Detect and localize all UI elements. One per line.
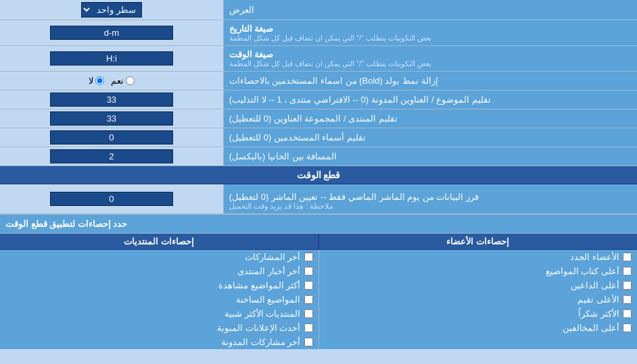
time-format-title: صيغة الوقت bbox=[229, 49, 274, 59]
date-format-label-cell: صيغة التاريخ بعض التكوينات يتطلب "/" الت… bbox=[223, 20, 637, 45]
stats-col2-checkbox-6[interactable] bbox=[623, 323, 632, 332]
stats-col2-label-1: الأعضاء الجدد bbox=[570, 252, 619, 262]
stats-col2-item-6: أعلى المخالفين bbox=[319, 321, 638, 335]
forum-order-label: تقليم المنتدى / المجموعة العناوين (0 للت… bbox=[223, 109, 637, 128]
realtime-filter-note: ملاحظة : هذا قد يزيد وقت التحميل bbox=[229, 202, 333, 211]
date-format-sublabel: بعض التكوينات يتطلب "/" التي يمكن ان تضا… bbox=[229, 34, 431, 43]
bold-remove-yes-label[interactable]: نعم bbox=[111, 76, 135, 86]
stats-limit-row: حدد إحصاءات لتطبيق قطع الوقت bbox=[0, 215, 637, 234]
stats-col2-label-4: الأعلى تقيم bbox=[577, 294, 619, 305]
stats-col2-item-2: أعلى كتاب المواضيع bbox=[319, 264, 638, 278]
stats-col1-item-6: أحدث الإعلانات المبوبة bbox=[0, 321, 318, 335]
forum-order-input[interactable] bbox=[50, 111, 173, 126]
stats-col1-label-5: المنتديات الأكثر شبية bbox=[225, 309, 300, 319]
display-dropdown[interactable]: سطر واحد سطرين ثلاثة أسطر bbox=[81, 2, 142, 18]
stats-col1-item-5: المنتديات الأكثر شبية bbox=[0, 307, 318, 321]
column-spacing-input-cell bbox=[0, 147, 223, 165]
posts-order-input[interactable] bbox=[50, 93, 173, 107]
posts-order-label: تقليم الموضوع / العناوين المدونة (0 -- ا… bbox=[223, 90, 637, 109]
stats-col2-item-1: الأعضاء الجدد bbox=[319, 250, 638, 264]
bold-remove-yes-radio[interactable] bbox=[126, 76, 135, 85]
stats-headers-row: إحصاءات الأعضاء إحصاءات المنتديات bbox=[0, 234, 637, 250]
bold-remove-radio-cell: نعم لا bbox=[0, 72, 223, 90]
column-spacing-input[interactable] bbox=[50, 149, 173, 163]
date-format-input[interactable] bbox=[50, 26, 173, 40]
bold-remove-no-radio[interactable] bbox=[95, 76, 104, 85]
stats-col1: أخر المشاركات أخر أخبار المنتدى أكثر الم… bbox=[0, 250, 318, 349]
stats-col1-label-1: أخر المشاركات bbox=[245, 252, 301, 262]
stats-col1-checkbox-1[interactable] bbox=[304, 253, 313, 261]
stats-section: حدد إحصاءات لتطبيق قطع الوقت إحصاءات الأ… bbox=[0, 214, 637, 349]
bold-remove-no-label[interactable]: لا bbox=[89, 76, 104, 86]
stats-col1-item-4: المواضيع الساخنة bbox=[0, 292, 318, 307]
posts-order-input-cell bbox=[0, 90, 223, 109]
stats-col1-item-2: أخر أخبار المنتدى bbox=[0, 264, 318, 278]
display-label: العرض bbox=[223, 0, 637, 20]
time-format-input-cell bbox=[0, 46, 223, 71]
display-input-cell: سطر واحد سطرين ثلاثة أسطر bbox=[0, 0, 223, 20]
column-spacing-label: المسافة بين الخانيا (بالبكسل) bbox=[223, 147, 637, 165]
realtime-filter-input-cell bbox=[0, 184, 223, 213]
stats-col2-checkbox-3[interactable] bbox=[623, 281, 632, 290]
stats-col2-item-5: الأكثر شكراً bbox=[319, 307, 638, 321]
stats-col2-checkbox-4[interactable] bbox=[623, 295, 632, 304]
stats-col1-checkbox-4[interactable] bbox=[304, 295, 313, 304]
stats-col1-header: إحصاءات المنتديات bbox=[0, 234, 318, 249]
stats-col1-checkbox-6[interactable] bbox=[304, 323, 313, 332]
forum-order-input-cell bbox=[0, 109, 223, 128]
stats-col2: الأعضاء الجدد أعلى كتاب المواضيع أعلى ال… bbox=[318, 250, 638, 349]
stats-col2-header: إحصاءات الأعضاء bbox=[318, 234, 638, 249]
date-format-input-cell bbox=[0, 20, 223, 45]
bold-remove-label: إزالة نمط بولد (Bold) من اسماء المستخدمي… bbox=[223, 72, 637, 90]
stats-col1-item-1: أخر المشاركات bbox=[0, 250, 318, 264]
date-format-title: صيغة التاريخ bbox=[229, 24, 274, 34]
stats-col1-checkbox-5[interactable] bbox=[304, 309, 313, 318]
stats-col1-checkbox-3[interactable] bbox=[304, 281, 313, 290]
realtime-filter-input[interactable] bbox=[50, 192, 173, 206]
realtime-section-title: قطع الوقت bbox=[0, 166, 637, 184]
stats-col2-checkbox-1[interactable] bbox=[623, 253, 632, 261]
stats-col2-checkbox-5[interactable] bbox=[623, 309, 632, 318]
stats-col1-label-7: أخر مشاركات المدونة bbox=[221, 337, 300, 347]
stats-col1-label-2: أخر أخبار المنتدى bbox=[237, 266, 300, 276]
stats-col2-item-3: أعلى الداعين bbox=[319, 278, 638, 292]
stats-col2-label-3: أعلى الداعين bbox=[571, 280, 619, 290]
stats-col2-label-6: أعلى المخالفين bbox=[563, 323, 619, 333]
stats-body: الأعضاء الجدد أعلى كتاب المواضيع أعلى ال… bbox=[0, 250, 637, 349]
stats-col2-item-4: الأعلى تقيم bbox=[319, 292, 638, 307]
usernames-trim-label: تقليم أسماء المستخدمين (0 للتعطيل) bbox=[223, 128, 637, 147]
stats-col1-checkbox-7[interactable] bbox=[304, 338, 313, 346]
time-format-input[interactable] bbox=[50, 51, 173, 66]
stats-col2-label-2: أعلى كتاب المواضيع bbox=[546, 266, 619, 276]
realtime-filter-label-cell: فرز البيانات من يوم الماشر الماضي فقط --… bbox=[223, 184, 637, 213]
time-format-sublabel: بعض التكوينات يتطلب "/" التي يمكن ان تضا… bbox=[229, 59, 431, 68]
stats-col1-label-4: المواضيع الساخنة bbox=[236, 294, 301, 305]
stats-col1-label-3: أكثر المواضيع مشاهدة bbox=[218, 280, 300, 290]
time-format-label-cell: صيغة الوقت بعض التكوينات يتطلب "/" التي … bbox=[223, 46, 637, 71]
stats-limit-label: حدد إحصاءات لتطبيق قطع الوقت bbox=[0, 215, 637, 233]
main-container: العرض سطر واحد سطرين ثلاثة أسطر صيغة الت… bbox=[0, 0, 637, 349]
stats-col1-label-6: أحدث الإعلانات المبوبة bbox=[217, 323, 300, 333]
stats-col1-checkbox-2[interactable] bbox=[304, 267, 313, 276]
usernames-trim-input[interactable] bbox=[50, 130, 173, 145]
usernames-trim-input-cell bbox=[0, 128, 223, 147]
stats-col2-label-5: الأكثر شكراً bbox=[578, 309, 619, 319]
stats-col1-item-3: أكثر المواضيع مشاهدة bbox=[0, 278, 318, 292]
realtime-filter-title: فرز البيانات من يوم الماشر الماضي فقط --… bbox=[229, 192, 479, 202]
stats-col2-checkbox-2[interactable] bbox=[623, 267, 632, 276]
stats-col1-item-7: أخر مشاركات المدونة bbox=[0, 335, 318, 349]
